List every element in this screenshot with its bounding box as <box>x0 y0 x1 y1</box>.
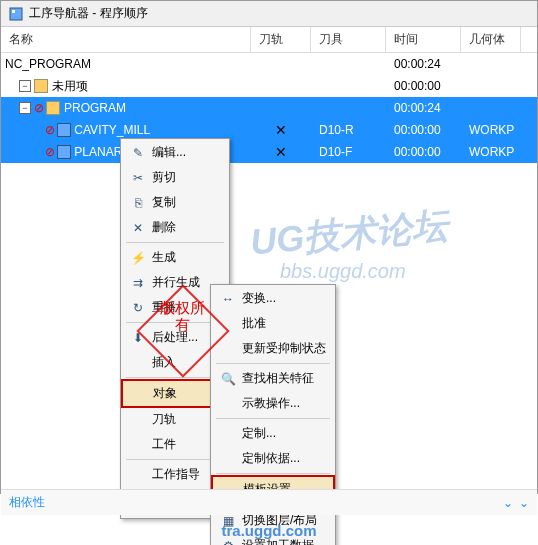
titlebar: 工序导航器 - 程序顺序 <box>1 1 537 27</box>
submenu-teach-op[interactable]: 示教操作... <box>212 391 334 416</box>
tree-row-program[interactable]: −⊘PROGRAM 00:00:24 <box>1 97 537 119</box>
post-icon: ⬇ <box>130 330 146 346</box>
root-label: NC_PROGRAM <box>5 57 91 71</box>
parallel-icon: ⇉ <box>130 275 146 291</box>
cut-icon: ✂ <box>130 170 146 186</box>
operation-icon <box>57 145 71 159</box>
tree-row-op1[interactable]: ⊘ CAVITY_MILL ✕ D10-R 00:00:00 WORKP <box>1 119 537 141</box>
submenu-find-features[interactable]: 🔍查找相关特征 <box>212 366 334 391</box>
tree-row-unused[interactable]: −未用项 00:00:00 <box>1 75 537 97</box>
submenu-custom-deps[interactable]: 定制依据... <box>212 446 334 471</box>
tree-row-root[interactable]: NC_PROGRAM 00:00:24 <box>1 53 537 75</box>
menu-delete[interactable]: ✕删除 <box>122 215 228 240</box>
window-title: 工序导航器 - 程序顺序 <box>29 5 148 22</box>
copy-icon: ⎘ <box>130 195 146 211</box>
menu-separator <box>216 473 330 474</box>
bottom-url: tra.uggd.com <box>0 522 538 539</box>
tree-row-op2[interactable]: ⊘ PLANAR_MILL ✕ D10-F 00:00:00 WORKP <box>1 141 537 163</box>
menu-copy[interactable]: ⎘复制 <box>122 190 228 215</box>
search-icon: 🔍 <box>220 371 236 387</box>
footer-dependency[interactable]: 相依性 <box>9 494 45 511</box>
submenu-approve[interactable]: 批准 <box>212 311 334 336</box>
footer-arrows: ⌄ ⌄ <box>503 496 529 510</box>
menu-edit[interactable]: ✎编辑... <box>122 140 228 165</box>
transform-icon: ↔ <box>220 291 236 307</box>
delete-icon: ✕ <box>130 220 146 236</box>
generate-icon: ⚡ <box>130 250 146 266</box>
submenu-transform[interactable]: ↔变换... <box>212 286 334 311</box>
header-time[interactable]: 时间 <box>386 27 461 52</box>
header-name[interactable]: 名称 <box>1 27 251 52</box>
menu-separator <box>216 418 330 419</box>
prohibit-icon: ⊘ <box>45 145 55 159</box>
menu-generate[interactable]: ⚡生成 <box>122 245 228 270</box>
edit-icon: ✎ <box>130 145 146 161</box>
submenu-customize[interactable]: 定制... <box>212 421 334 446</box>
svg-rect-1 <box>12 10 15 13</box>
prohibit-icon: ⊘ <box>45 123 55 137</box>
svg-rect-0 <box>10 8 22 20</box>
app-icon <box>9 7 23 21</box>
chevron-down-icon[interactable]: ⌄ <box>503 496 513 510</box>
prohibit-icon: ⊘ <box>34 101 44 115</box>
collapse-icon[interactable]: − <box>19 80 31 92</box>
header-tool[interactable]: 刀具 <box>311 27 386 52</box>
root-time: 00:00:24 <box>386 57 461 71</box>
folder-icon <box>46 101 60 115</box>
menu-separator <box>126 242 224 243</box>
collapse-icon[interactable]: − <box>19 102 31 114</box>
footer-bar: 相依性 ⌄ ⌄ <box>1 489 537 515</box>
header-path[interactable]: 刀轨 <box>251 27 311 52</box>
table-header: 名称 刀轨 刀具 时间 几何体 <box>1 27 537 53</box>
menu-cut[interactable]: ✂剪切 <box>122 165 228 190</box>
folder-icon <box>34 79 48 93</box>
tree: NC_PROGRAM 00:00:24 −未用项 00:00:00 −⊘PROG… <box>1 53 537 163</box>
submenu-update-suppress[interactable]: 更新受抑制状态 <box>212 336 334 361</box>
menu-separator <box>216 363 330 364</box>
replay-icon: ↻ <box>130 300 146 316</box>
header-geo[interactable]: 几何体 <box>461 27 521 52</box>
operation-icon <box>57 123 71 137</box>
chevron-down-icon[interactable]: ⌄ <box>519 496 529 510</box>
